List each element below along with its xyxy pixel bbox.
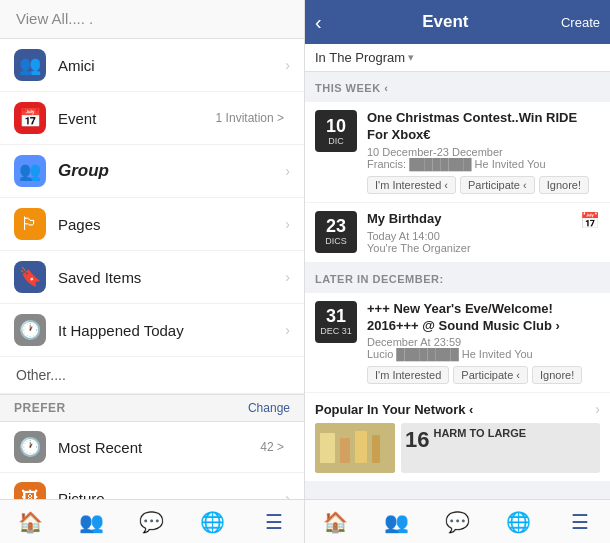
popular-thumbnail [315, 423, 395, 473]
action-button[interactable]: Participate ‹ [453, 366, 528, 384]
pref-icon: 🖼 [14, 482, 46, 499]
nav-messages[interactable]: 💬 [122, 500, 183, 543]
pref-count: 42 > [260, 440, 284, 454]
menu-item[interactable]: 🏳 Pages › [0, 198, 304, 251]
event-date-box: 31 Dec 31 [315, 301, 357, 343]
date-month: Dec 31 [320, 326, 352, 336]
left-header: View All.... . [0, 0, 304, 39]
event-subtitle: 10 December-23 December [367, 146, 600, 158]
rnav-friends[interactable]: 👥 [366, 500, 427, 543]
chevron-right-icon: › [285, 322, 290, 338]
action-button[interactable]: Participate ‹ [460, 176, 535, 194]
other-item[interactable]: Other.... [0, 357, 304, 394]
event-subtitle: December At 23:59 [367, 336, 600, 348]
popular-number: 16 [405, 427, 429, 453]
popular-text-box: 16 HARM TO LARGE [401, 423, 600, 473]
menu-item[interactable]: 📅 Event 1 Invitation > [0, 92, 304, 145]
event-info: My Birthday Today At 14:00 You're The Or… [367, 211, 574, 254]
change-button[interactable]: Change [248, 401, 290, 415]
pref-label: Most Recent [58, 439, 260, 456]
chevron-right-icon: › [285, 163, 290, 179]
menu-badge: 1 Invitation > [216, 111, 284, 125]
filter-bar[interactable]: In The Program ▾ [305, 44, 610, 72]
menu-icon: 👥 [14, 49, 46, 81]
menu-icon: 🔖 [14, 261, 46, 293]
svg-rect-3 [355, 431, 367, 463]
popular-header: Popular In Your Network ‹ › [315, 401, 600, 417]
date-number: 31 [326, 307, 346, 325]
chevron-right-icon: › [285, 269, 290, 285]
pref-icon: 🕐 [14, 431, 46, 463]
svg-rect-4 [372, 435, 380, 463]
chevron-right-icon: › [285, 216, 290, 232]
filter-label: In The Program [315, 50, 405, 65]
event-organizer: Lucio ████████ He Invited You [367, 348, 600, 360]
action-button[interactable]: Ignore! [532, 366, 582, 384]
event-card: 23 DICS My Birthday Today At 14:00 You'r… [305, 203, 610, 262]
nav-menu[interactable]: ☰ [243, 500, 304, 543]
menu-icon: 🕐 [14, 314, 46, 346]
menu-label: It Happened Today [58, 322, 285, 339]
left-bottom-nav: 🏠 👥 💬 🌐 ☰ [0, 499, 304, 543]
left-panel: View All.... . 👥 Amici › 📅 Event 1 Invit… [0, 0, 305, 543]
back-button[interactable]: ‹ [315, 11, 322, 34]
event-subtitle: Today At 14:00 [367, 230, 574, 242]
chevron-right-icon: › [285, 57, 290, 73]
chevron-right-icon: › [285, 490, 290, 499]
calendar-icon: 📅 [580, 211, 600, 230]
event-organizer: Francis: ████████ He Invited You [367, 158, 600, 170]
pref-label: Picture [58, 490, 285, 500]
filter-arrow-icon: ▾ [408, 51, 414, 64]
create-button[interactable]: Create [561, 15, 600, 30]
left-menu: 👥 Amici › 📅 Event 1 Invitation > 👥 Group… [0, 39, 304, 499]
event-card: 10 DIC One Christmas Contest..Win RIDE F… [305, 102, 610, 202]
prefer-section: PREFER Change [0, 394, 304, 422]
nav-friends[interactable]: 👥 [61, 500, 122, 543]
svg-rect-1 [320, 433, 335, 463]
right-title: Event [330, 12, 561, 32]
other-label: Other.... [16, 367, 66, 383]
date-number: 10 [326, 117, 346, 135]
event-date-box: 10 DIC [315, 110, 357, 152]
menu-label: Saved Items [58, 269, 285, 286]
right-header: ‹ Event Create [305, 0, 610, 44]
section-header: LATER IN DECEMBER: [305, 263, 610, 293]
event-title: My Birthday [367, 211, 574, 228]
rnav-messages[interactable]: 💬 [427, 500, 488, 543]
menu-icon: 🏳 [14, 208, 46, 240]
section-title: THIS WEEK ‹ [315, 82, 388, 94]
action-button[interactable]: I'm Interested [367, 366, 449, 384]
pref-item[interactable]: 🕐 Most Recent 42 > [0, 422, 304, 473]
event-organizer: You're The Organizer [367, 242, 574, 254]
section-header: THIS WEEK ‹ [305, 72, 610, 102]
event-title: +++ New Year's Eve/Welcome! 2016+++ @ So… [367, 301, 600, 335]
rnav-globe[interactable]: 🌐 [488, 500, 549, 543]
action-button[interactable]: Ignore! [539, 176, 589, 194]
pref-item[interactable]: 🖼 Picture › [0, 473, 304, 499]
event-date-box: 23 DICS [315, 211, 357, 253]
menu-item[interactable]: 🔖 Saved Items › [0, 251, 304, 304]
rnav-home[interactable]: 🏠 [305, 500, 366, 543]
menu-icon: 👥 [14, 155, 46, 187]
right-panel: ‹ Event Create In The Program ▾ THIS WEE… [305, 0, 610, 543]
menu-item[interactable]: 🕐 It Happened Today › [0, 304, 304, 357]
menu-label: Amici [58, 57, 285, 74]
view-all-label: View All.... . [16, 10, 93, 27]
date-number: 23 [326, 217, 346, 235]
right-bottom-nav: 🏠 👥 💬 🌐 ☰ [305, 499, 610, 543]
date-month: DICS [325, 236, 347, 246]
section-title: LATER IN DECEMBER: [315, 273, 444, 285]
action-button[interactable]: I'm Interested ‹ [367, 176, 456, 194]
popular-title: Popular In Your Network ‹ [315, 402, 473, 417]
menu-item[interactable]: 👥 Amici › [0, 39, 304, 92]
nav-home[interactable]: 🏠 [0, 500, 61, 543]
date-month: DIC [328, 136, 344, 146]
menu-item[interactable]: 👥 Group › [0, 145, 304, 198]
event-actions: I'm InterestedParticipate ‹Ignore! [367, 366, 600, 384]
event-card: 31 Dec 31 +++ New Year's Eve/Welcome! 20… [305, 293, 610, 393]
nav-globe[interactable]: 🌐 [182, 500, 243, 543]
rnav-menu[interactable]: ☰ [549, 500, 610, 543]
event-info: One Christmas Contest..Win RIDE For Xbox… [367, 110, 600, 194]
menu-label: Group [58, 161, 285, 181]
svg-rect-2 [340, 438, 350, 463]
